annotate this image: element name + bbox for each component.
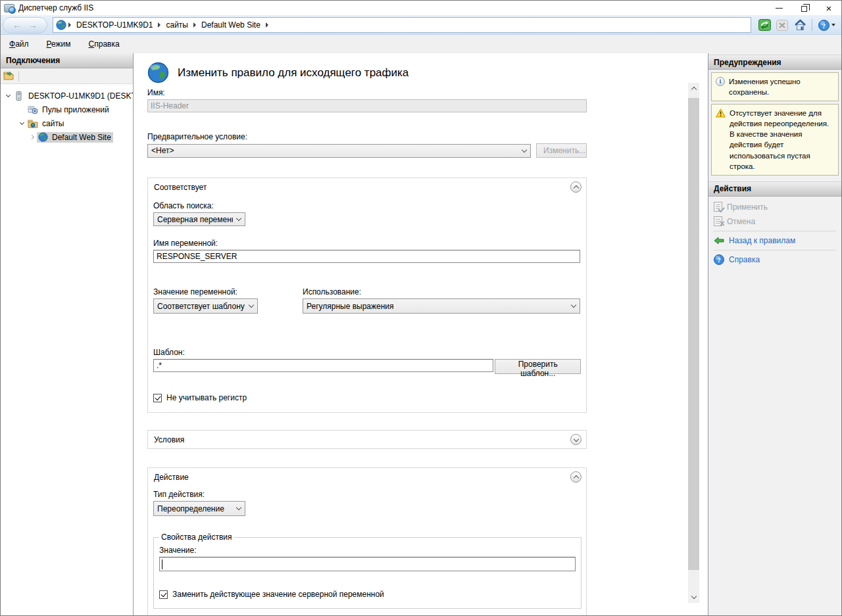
action-type-label: Тип действия:	[153, 490, 581, 499]
using-value: Регулярные выражения	[307, 302, 568, 311]
value-label: Значение:	[159, 546, 576, 555]
tree-item-default-web-site[interactable]: Default Web Site	[1, 130, 133, 144]
chevron-right-icon[interactable]	[30, 135, 34, 139]
variable-name-label: Имя переменной:	[153, 239, 581, 248]
scroll-down-button[interactable]	[688, 592, 699, 603]
value-input[interactable]	[159, 557, 576, 571]
workspace: Подключения DESKTOP-U1MK9D1	[1, 53, 841, 615]
app-icon	[4, 4, 14, 12]
chevron-down-icon[interactable]	[20, 120, 24, 125]
actions-separator	[714, 231, 836, 231]
breadcrumb-server[interactable]: DESKTOP-U1MK9D1	[73, 20, 156, 30]
breadcrumb-arrow-icon	[193, 22, 196, 28]
tree-item-label: Default Web Site	[50, 132, 113, 143]
restore-button[interactable]	[791, 1, 816, 15]
connections-pane: Подключения DESKTOP-U1MK9D1	[1, 53, 134, 615]
action-section-header[interactable]: Действие	[148, 468, 586, 486]
precondition-label: Предварительное условие:	[147, 132, 594, 141]
help-label: Справка	[729, 255, 760, 264]
conditions-section-header[interactable]: Условия	[148, 431, 586, 448]
variable-value-select[interactable]: Соответствует шаблону	[153, 298, 258, 314]
collapse-button[interactable]	[570, 471, 582, 483]
edit-precondition-button[interactable]: Изменить...	[536, 143, 587, 158]
help-button[interactable]: ?	[816, 18, 837, 32]
variable-value-label: Значение переменной:	[153, 287, 303, 296]
app-pools-icon	[28, 105, 38, 114]
help-action[interactable]: ? Справка	[708, 252, 841, 267]
menu-bar: Файл Режим Справка	[1, 35, 841, 53]
chevron-down-icon[interactable]	[6, 93, 11, 97]
replace-value-checkbox[interactable]	[159, 590, 168, 599]
cancel-label: Отмена	[727, 217, 755, 226]
tree-item-label: DESKTOP-U1MK9D1 (DESKTOP	[26, 91, 133, 101]
chevron-up-icon	[691, 87, 696, 92]
replace-value-label: Заменить действующее значение серверной …	[172, 590, 384, 599]
scope-select[interactable]: Серверная переменн	[153, 212, 245, 226]
toolbar-separator	[18, 71, 19, 82]
chevron-down-icon	[236, 505, 241, 510]
collapse-button[interactable]	[570, 181, 582, 193]
test-pattern-button[interactable]: Проверить шаблон...	[495, 359, 581, 374]
help-icon: ?	[714, 254, 724, 265]
vertical-scrollbar[interactable]	[688, 83, 699, 603]
pattern-input[interactable]	[153, 359, 493, 372]
precondition-select[interactable]: <Нет>	[147, 144, 531, 158]
using-select[interactable]: Регулярные выражения	[303, 298, 580, 314]
menu-view[interactable]: Режим	[47, 39, 71, 49]
minimize-button[interactable]	[766, 1, 791, 15]
variable-name-input[interactable]	[153, 250, 580, 263]
forward-button[interactable]: →	[28, 20, 37, 30]
scrollbar-thumb[interactable]	[688, 98, 699, 570]
title-bar: Диспетчер служб IIS ×	[1, 1, 841, 15]
svg-text:?: ?	[822, 21, 826, 29]
match-section-header[interactable]: Соответствует	[148, 178, 586, 196]
variable-value-value: Соответствует шаблону	[157, 302, 245, 311]
close-button[interactable]: ×	[816, 1, 841, 15]
action-type-select[interactable]: Переопределение	[153, 501, 245, 516]
action-type-value: Переопределение	[157, 504, 233, 513]
stop-button[interactable]	[774, 18, 790, 32]
selected-tree-item: Default Web Site	[37, 132, 113, 143]
chevron-down-icon	[522, 147, 527, 152]
window-title: Диспетчер служб IIS	[18, 3, 93, 12]
menu-file[interactable]: Файл	[9, 39, 29, 49]
globe-icon	[38, 132, 48, 142]
ignore-case-checkbox[interactable]	[153, 394, 162, 402]
alert-info-text: Изменения успешно сохранены.	[729, 76, 834, 97]
help-dropdown-arrow-icon	[831, 24, 835, 26]
actions-separator	[714, 250, 836, 250]
pattern-label: Шаблон:	[153, 348, 581, 357]
back-to-rules-action[interactable]: Назад к правилам	[708, 233, 841, 248]
conditions-section: Условия	[147, 430, 587, 449]
alert-warning-text: Отсутствует значение для действия переоп…	[730, 108, 834, 172]
chevron-down-icon	[571, 302, 576, 308]
save-connections-icon[interactable]	[3, 71, 14, 81]
tree-item-app-pools[interactable]: Пулы приложений	[1, 103, 133, 116]
precondition-value: <Нет>	[151, 146, 518, 155]
expand-button[interactable]	[570, 434, 582, 445]
back-button[interactable]: ←	[12, 20, 22, 30]
scroll-up-button[interactable]	[688, 83, 699, 94]
breadcrumb-arrow-icon	[266, 22, 268, 28]
menu-help[interactable]: Справка	[89, 39, 120, 49]
refresh-button[interactable]	[756, 18, 772, 32]
tree-item-server[interactable]: DESKTOP-U1MK9D1 (DESKTOP	[1, 89, 133, 103]
back-to-rules-label: Назад к правилам	[729, 236, 795, 245]
action-section-body: Тип действия: Переопределение Свойства д…	[148, 486, 586, 615]
actions-list: Применить Отмена Назад к правилам	[708, 197, 841, 267]
svg-text:?: ?	[717, 256, 720, 264]
apply-action[interactable]: Применить	[708, 200, 841, 214]
breadcrumb-sites[interactable]: сайты	[162, 20, 191, 30]
connections-toolbar	[1, 68, 133, 84]
action-properties-legend: Свойства действия	[159, 533, 234, 542]
text-caret	[162, 559, 162, 569]
minimize-icon	[776, 8, 783, 9]
conditions-section-title: Условия	[154, 435, 184, 444]
home-button[interactable]	[792, 18, 808, 32]
actions-header: Действия	[708, 181, 841, 197]
cancel-action[interactable]: Отмена	[708, 214, 841, 229]
tree-item-sites[interactable]: сайты	[1, 116, 133, 130]
address-bar[interactable]: DESKTOP-U1MK9D1 сайты Default Web Site	[53, 17, 751, 33]
breadcrumb-default-web-site[interactable]: Default Web Site	[198, 20, 264, 30]
stop-icon	[776, 20, 788, 31]
